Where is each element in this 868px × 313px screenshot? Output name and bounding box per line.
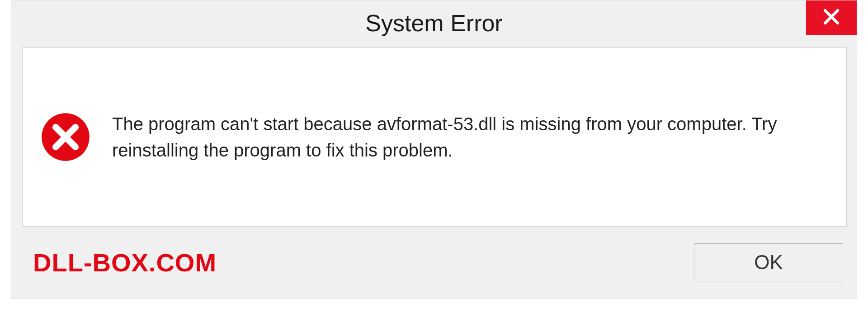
dialog-footer: DLL-BOX.COM OK — [22, 237, 846, 287]
titlebar: System Error — [11, 0, 857, 41]
ok-button[interactable]: OK — [694, 243, 843, 281]
content-panel: The program can't start because avformat… — [22, 47, 847, 227]
error-dialog: System Error The program can't start bec… — [11, 0, 857, 299]
close-button[interactable] — [806, 0, 857, 35]
error-message: The program can't start because avformat… — [112, 111, 828, 163]
error-icon — [41, 112, 90, 162]
close-icon — [822, 7, 841, 28]
dialog-title: System Error — [365, 9, 502, 37]
watermark-text: DLL-BOX.COM — [22, 248, 217, 277]
